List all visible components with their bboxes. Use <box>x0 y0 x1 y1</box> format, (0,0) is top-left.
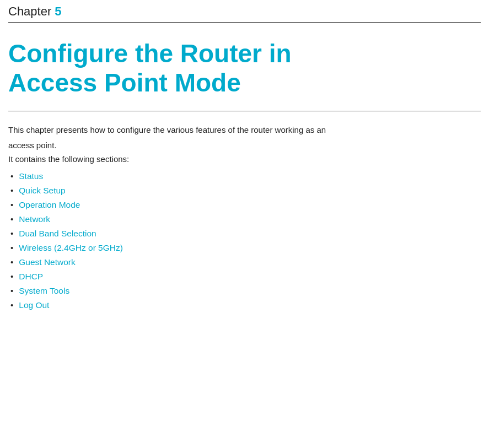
toc-list: • Status • Quick Setup • Operation Mode … <box>8 169 481 312</box>
bullet-icon: • <box>10 286 13 295</box>
page-title-line1: Configure the Router in <box>8 39 481 68</box>
list-item: • Dual Band Selection <box>8 226 481 241</box>
toc-link-operation-mode[interactable]: Operation Mode <box>19 200 80 210</box>
list-item: • Quick Setup <box>8 183 481 198</box>
bullet-icon: • <box>10 257 13 267</box>
intro-text-line2: access point. <box>8 139 481 152</box>
bullet-icon: • <box>10 300 13 310</box>
bullet-icon: • <box>10 272 13 281</box>
list-item: • Operation Mode <box>8 198 481 212</box>
page-title: Configure the Router in Access Point Mod… <box>8 39 481 98</box>
toc-link-system-tools[interactable]: System Tools <box>19 286 69 296</box>
list-item: • Network <box>8 212 481 226</box>
toc-link-guest-network[interactable]: Guest Network <box>19 257 76 267</box>
bullet-icon: • <box>10 186 13 195</box>
bullet-icon: • <box>10 214 13 224</box>
list-item: • Log Out <box>8 298 481 312</box>
intro-text-line1: This chapter presents how to configure t… <box>8 123 481 137</box>
sections-label: It contains the following sections: <box>8 154 481 164</box>
title-divider <box>8 111 481 111</box>
list-item: • DHCP <box>8 269 481 284</box>
page-title-line2: Access Point Mode <box>8 68 481 98</box>
chapter-header: Chapter 5 <box>8 0 481 23</box>
list-item: • Status <box>8 169 481 183</box>
list-item: • System Tools <box>8 284 481 298</box>
list-item: • Wireless (2.4GHz or 5GHz) <box>8 241 481 255</box>
chapter-number: 5 <box>55 4 61 19</box>
toc-link-quick-setup[interactable]: Quick Setup <box>19 186 65 196</box>
bullet-icon: • <box>10 200 13 209</box>
toc-link-dual-band[interactable]: Dual Band Selection <box>19 229 96 239</box>
toc-link-network[interactable]: Network <box>19 214 50 224</box>
toc-link-log-out[interactable]: Log Out <box>19 300 49 310</box>
toc-link-wireless[interactable]: Wireless (2.4GHz or 5GHz) <box>19 243 123 253</box>
bullet-icon: • <box>10 243 13 252</box>
toc-link-dhcp[interactable]: DHCP <box>19 272 43 282</box>
toc-link-status[interactable]: Status <box>19 171 43 181</box>
bullet-icon: • <box>10 229 13 238</box>
page-container: Chapter 5 Configure the Router in Access… <box>0 0 489 448</box>
chapter-label: Chapter <box>8 4 51 19</box>
list-item: • Guest Network <box>8 255 481 269</box>
bullet-icon: • <box>10 171 13 181</box>
